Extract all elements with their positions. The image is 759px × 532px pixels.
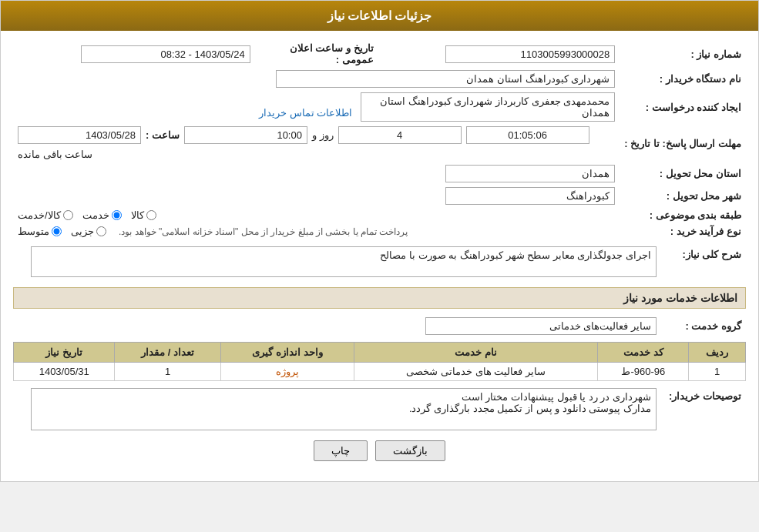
tarikhElan-field: 1403/05/24 - 08:32 bbox=[81, 45, 250, 63]
noeFarayand-label: نوع فرآیند خرید : bbox=[620, 223, 746, 239]
radio-khedmat-label: خدمت bbox=[82, 209, 109, 221]
cell-tarikhNiaz: 1403/05/31 bbox=[14, 363, 115, 381]
cell-namKhedmat: سایر فعالیت های خدماتی شخصی bbox=[354, 363, 598, 381]
shahr-label: شهر محل تحویل : bbox=[620, 185, 746, 207]
radio-motavaset-label: متوسط bbox=[18, 226, 49, 237]
saat-label: ساعت : bbox=[146, 129, 180, 141]
radio-kalaKhedmat-label: کالا/خدمت bbox=[18, 209, 61, 221]
mohlatErsal-baqi: 01:05:06 bbox=[466, 126, 589, 144]
noeFarayand-note: پرداخت تمام یا بخشی از مبلغ خریدار از مح… bbox=[119, 226, 408, 237]
button-row: بازگشت چاپ bbox=[13, 440, 746, 472]
ostan-value: همدان bbox=[445, 165, 615, 182]
radio-jozvi-label: جزیی bbox=[71, 226, 94, 237]
ijadKonande-field: محمدمهدی جعفری کاربرداز شهرداری کبودراهن… bbox=[361, 92, 615, 122]
th-radif: ردیف bbox=[689, 343, 746, 363]
mohlatErsal-date: 1403/05/28 bbox=[18, 126, 141, 144]
radio-khedmat[interactable]: خدمت bbox=[82, 209, 122, 221]
gorohKhedmat-label: گروه خدمت : bbox=[661, 315, 746, 337]
tosehat-label: توصیحات خریدار: bbox=[661, 386, 746, 433]
page-title: جزئیات اطلاعات نیاز bbox=[1, 1, 758, 31]
tabaqeh-label: طبقه بندی موضوعی : bbox=[620, 207, 746, 223]
cell-vahed: پروژه bbox=[220, 363, 354, 381]
ostan-label: استان محل تحویل : bbox=[620, 162, 746, 185]
ettelaat-link[interactable]: اطلاعات تماس خریدار bbox=[259, 107, 352, 119]
back-button[interactable]: بازگشت bbox=[375, 440, 445, 461]
radio-kalaKhedmat[interactable]: کالا/خدمت bbox=[18, 209, 73, 221]
radio-kala[interactable]: کالا bbox=[131, 209, 156, 221]
sharhNiaz-label: شرح کلی نیاز: bbox=[661, 244, 746, 279]
radio-khedmat-input[interactable] bbox=[112, 210, 122, 220]
tosehat-value: شهرداری در رد یا قبول پیشنهادات مختار اس… bbox=[31, 388, 657, 430]
shomareNiaz-value: 1103005993000028 bbox=[378, 40, 620, 68]
print-button[interactable]: چاپ bbox=[314, 440, 368, 461]
gorohKhedmat-value: سایر فعالیت‌های خدماتی bbox=[425, 317, 657, 335]
services-table: ردیف کد خدمت نام خدمت واحد اندازه گیری ت… bbox=[13, 342, 746, 381]
shomareNiaz-label: شماره نیاز : bbox=[620, 40, 746, 68]
mohlatErsal-roz: 4 bbox=[338, 126, 462, 144]
radio-kala-label: کالا bbox=[131, 209, 144, 221]
radio-kalaKhedmat-input[interactable] bbox=[63, 210, 73, 220]
serviceInfo-title: اطلاعات خدمات مورد نیاز bbox=[13, 287, 746, 309]
namDastgah-label: نام دستگاه خریدار : bbox=[620, 68, 746, 90]
radio-jozvi[interactable]: جزیی bbox=[71, 226, 106, 237]
sharhNiaz-value: اجرای جدولگذاری معابر سطح شهر کبودراهنگ … bbox=[31, 246, 657, 277]
mohlatErsal-saat: 10:00 bbox=[184, 126, 307, 144]
roz-label: روز و bbox=[312, 129, 334, 141]
th-vahed: واحد اندازه گیری bbox=[220, 343, 354, 363]
baqi-label: ساعت باقی مانده bbox=[18, 149, 92, 160]
mohlatErsal-label: مهلت ارسال پاسخ: تا تاریخ : bbox=[620, 124, 746, 162]
th-tarikhNiaz: تاریخ نیاز bbox=[14, 343, 115, 363]
shahr-value: کبودراهنگ bbox=[445, 187, 615, 205]
ijadKonande-label: ایجاد کننده درخواست : bbox=[620, 90, 746, 124]
radio-motavaset-input[interactable] bbox=[52, 226, 62, 236]
shomareNiaz-field: 1103005993000028 bbox=[445, 45, 615, 63]
tarikhElan-label: تاریخ و ساعت اعلان عمومی : bbox=[255, 40, 378, 68]
namDastgah-value: شهرداری کبودراهنگ استان همدان bbox=[13, 68, 620, 90]
tarikhElan-value: 1403/05/24 - 08:32 bbox=[13, 40, 255, 68]
cell-tedad: 1 bbox=[115, 363, 220, 381]
radio-motavaset[interactable]: متوسط bbox=[18, 226, 62, 237]
radio-kala-input[interactable] bbox=[146, 210, 156, 220]
cell-kodKhedmat: 960-96-ط bbox=[598, 363, 689, 381]
th-kodKhedmat: کد خدمت bbox=[598, 343, 689, 363]
th-namKhedmat: نام خدمت bbox=[354, 343, 598, 363]
ijadKonande-value: محمدمهدی جعفری کاربرداز شهرداری کبودراهن… bbox=[13, 90, 620, 124]
cell-radif: 1 bbox=[689, 363, 746, 381]
radio-jozvi-input[interactable] bbox=[96, 226, 106, 236]
th-tedad: تعداد / مقدار bbox=[115, 343, 220, 363]
namDastgah-field: شهرداری کبودراهنگ استان همدان bbox=[276, 70, 615, 88]
table-row: 1960-96-طسایر فعالیت های خدماتی شخصیپروژ… bbox=[14, 363, 746, 381]
